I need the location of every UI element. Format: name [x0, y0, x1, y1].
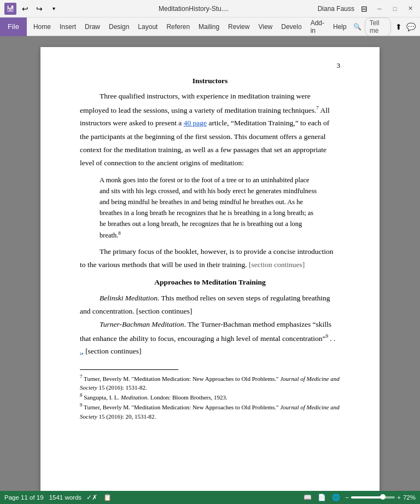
quick-access-more[interactable]: ▾ — [48, 3, 59, 14]
save-button[interactable] — [4, 3, 16, 15]
svg-rect-1 — [9, 5, 11, 7]
page-number: 3 — [337, 59, 341, 72]
belinski-italic: Belinski Meditation. — [100, 294, 159, 302]
footnote-ref-8: 8 — [118, 230, 121, 236]
tab-addins[interactable]: Add-in — [306, 18, 329, 36]
save-icon — [7, 5, 14, 13]
block-quote-text: A monk goes into the forest or to the fo… — [100, 176, 317, 239]
title-controls-left: ↩ ↪ ▾ — [4, 3, 81, 15]
comment-icon[interactable]: 💬 — [406, 21, 416, 32]
read-mode-icon[interactable]: 📖 — [303, 493, 313, 502]
maximize-button[interactable]: □ — [389, 3, 400, 14]
ribbon: File Home Insert Draw Design Layout Refe… — [0, 18, 420, 36]
40-page-link[interactable]: 40 page — [184, 119, 207, 127]
tab-home[interactable]: Home — [29, 18, 55, 36]
tell-me-label: Tell me — [370, 19, 386, 34]
track-changes-icon[interactable]: 📋 — [102, 493, 112, 502]
section-continues-1: [section continues] — [249, 260, 305, 269]
svg-rect-3 — [9, 9, 11, 10]
section-continues-2: , [section continues] — [81, 347, 141, 355]
layout-icon[interactable]: ⊟ — [359, 3, 370, 14]
para-1: Three qualified instructors, with experi… — [80, 90, 340, 170]
approaches-heading: Approaches to Meditation Training — [80, 276, 340, 289]
print-layout-icon[interactable]: 📄 — [317, 493, 327, 502]
file-tab[interactable]: File — [0, 18, 27, 36]
web-layout-icon[interactable]: 🌐 — [331, 493, 341, 502]
status-bar: Page 11 of 19 1541 words ✓✗ 📋 📖 📄 🌐 − + … — [0, 491, 420, 504]
zoom-plus[interactable]: + — [397, 494, 401, 501]
word-count: 1541 words — [49, 494, 81, 501]
document-page: 3 Instructors Three qualified instructor… — [40, 47, 380, 491]
tab-insert[interactable]: Insert — [55, 18, 80, 36]
instructors-heading: Instructors — [80, 74, 340, 88]
tab-review[interactable]: Review — [224, 18, 254, 36]
zoom-thumb — [380, 494, 386, 500]
para-2: The primary focus of the booklet, howeve… — [80, 245, 340, 272]
user-name: Diana Fauss — [318, 5, 354, 13]
document-title: MeditationHistory-Stu.... — [81, 5, 306, 13]
spellcheck-icon[interactable]: ✓✗ — [87, 493, 97, 502]
tab-design[interactable]: Design — [104, 18, 133, 36]
tab-developer[interactable]: Develo — [277, 18, 306, 36]
redo-button[interactable]: ↪ — [34, 3, 45, 14]
close-button[interactable]: ✕ — [405, 3, 416, 14]
footnote-ref-9: 9 — [325, 333, 328, 339]
zoom-level: 72% — [403, 494, 416, 501]
tab-mailing[interactable]: Mailing — [194, 18, 224, 36]
belinski-para: Belinski Meditation. This method relies … — [80, 292, 340, 318]
zoom-controls: − + 72% — [346, 494, 416, 501]
undo-button[interactable]: ↩ — [20, 3, 31, 14]
tell-me-input[interactable]: Tell me — [365, 18, 391, 36]
zoom-slider[interactable] — [351, 496, 395, 499]
footnote-9: 9 Turner, Beverly M. "Meditation Medicat… — [80, 402, 340, 421]
tab-view[interactable]: View — [254, 18, 277, 36]
share-icon[interactable]: ⬆ — [394, 21, 403, 32]
tab-draw[interactable]: Draw — [80, 18, 104, 36]
status-left: Page 11 of 19 1541 words ✓✗ 📋 — [4, 493, 112, 502]
page-info: Page 11 of 19 — [4, 494, 44, 501]
ribbon-tabs: Home Insert Draw Design Layout Referen M… — [27, 18, 353, 36]
footnote-8: 8 Sangupta, I. L. Meditation. London: Bl… — [80, 392, 340, 402]
footnote-7: 7 Turner, Beverly M. "Meditation Medicat… — [80, 373, 340, 392]
tab-help[interactable]: Help — [329, 18, 351, 36]
document-area: 3 Instructors Three qualified instructor… — [0, 36, 420, 491]
status-right: 📖 📄 🌐 − + 72% — [303, 493, 416, 502]
para-1-text: Three qualified instructors, with experi… — [80, 92, 316, 114]
ribbon-right: 🔍 Tell me ⬆ 💬 — [353, 18, 420, 36]
tab-layout[interactable]: Layout — [133, 18, 162, 36]
zoom-minus[interactable]: − — [346, 494, 349, 501]
turner-bachman-para: Turner-Bachman Meditation. The Turner-Ba… — [80, 318, 340, 358]
zoom-fill — [351, 496, 383, 499]
minimize-button[interactable]: ─ — [374, 3, 385, 14]
title-bar: ↩ ↪ ▾ MeditationHistory-Stu.... Diana Fa… — [0, 0, 420, 18]
footnote-divider — [80, 369, 178, 370]
block-quote: A monk goes into the forest or to the fo… — [100, 175, 320, 241]
tab-references[interactable]: Referen — [162, 18, 194, 36]
turner-bachman-italic: Turner-Bachman Meditation — [100, 320, 184, 328]
title-right: Diana Fauss ⊟ ─ □ ✕ — [306, 3, 416, 14]
